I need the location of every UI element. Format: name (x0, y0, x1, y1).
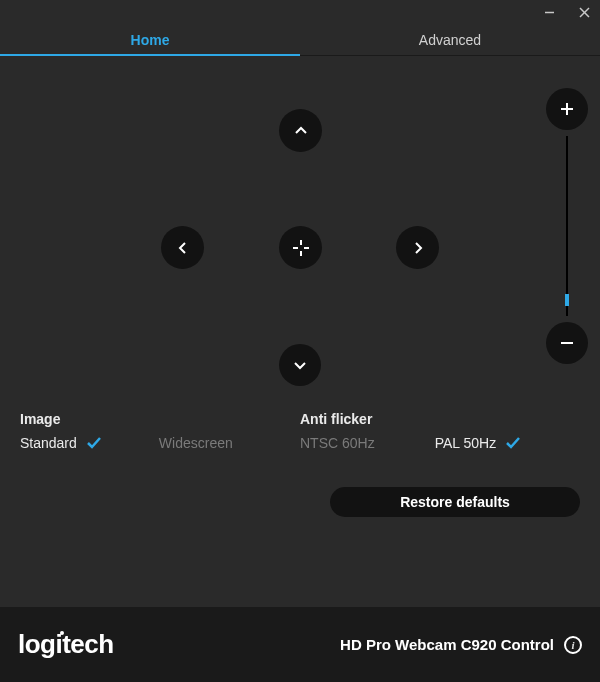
minimize-button[interactable] (544, 7, 555, 18)
antiflicker-option-pal[interactable]: PAL 50Hz (435, 435, 518, 451)
brand-dot-icon (60, 631, 64, 635)
image-option-label: Widescreen (159, 435, 233, 451)
pan-left-button[interactable] (161, 226, 204, 269)
brand-text: logitech (18, 629, 114, 659)
tabs: Home Advanced (0, 24, 600, 56)
pan-right-button[interactable] (396, 226, 439, 269)
image-option-standard[interactable]: Standard (20, 435, 99, 451)
image-option-widescreen[interactable]: Widescreen (159, 435, 233, 451)
antiflicker-option-label: PAL 50Hz (435, 435, 496, 451)
brand-logo: logitech (18, 629, 114, 660)
antiflicker-title: Anti flicker (300, 411, 580, 427)
image-option-group: Image Standard Widescreen (20, 411, 300, 451)
antiflicker-option-group: Anti flicker NTSC 60Hz PAL 50Hz (300, 411, 580, 451)
zoom-slider-handle[interactable] (565, 294, 569, 306)
tilt-down-button[interactable] (279, 344, 321, 386)
minimize-icon (544, 7, 555, 18)
chevron-down-icon (292, 357, 308, 373)
center-icon (291, 238, 311, 258)
plus-icon (559, 101, 575, 117)
zoom-in-button[interactable] (546, 88, 588, 130)
product-name: HD Pro Webcam C920 Control (340, 636, 554, 653)
close-button[interactable] (579, 7, 590, 18)
antiflicker-option-ntsc[interactable]: NTSC 60Hz (300, 435, 375, 451)
zoom-control (546, 88, 588, 364)
options-row: Image Standard Widescreen Anti flicker N… (20, 411, 580, 451)
titlebar (0, 0, 600, 24)
image-title: Image (20, 411, 300, 427)
info-icon: i (571, 639, 574, 651)
close-icon (579, 7, 590, 18)
restore-defaults-button[interactable]: Restore defaults (330, 487, 580, 517)
footer: logitech HD Pro Webcam C920 Control i (0, 607, 600, 682)
chevron-left-icon (175, 240, 191, 256)
center-button[interactable] (279, 226, 322, 269)
info-button[interactable]: i (564, 636, 582, 654)
zoom-out-button[interactable] (546, 322, 588, 364)
tab-advanced[interactable]: Advanced (300, 24, 600, 55)
antiflicker-option-label: NTSC 60Hz (300, 435, 375, 451)
minus-icon (559, 335, 575, 351)
check-icon (87, 437, 99, 449)
image-option-label: Standard (20, 435, 77, 451)
chevron-right-icon (410, 240, 426, 256)
check-icon (506, 437, 518, 449)
main-panel: Image Standard Widescreen Anti flicker N… (0, 56, 600, 607)
tab-home[interactable]: Home (0, 24, 300, 55)
chevron-up-icon (293, 123, 309, 139)
tilt-up-button[interactable] (279, 109, 322, 152)
zoom-slider[interactable] (566, 136, 568, 316)
